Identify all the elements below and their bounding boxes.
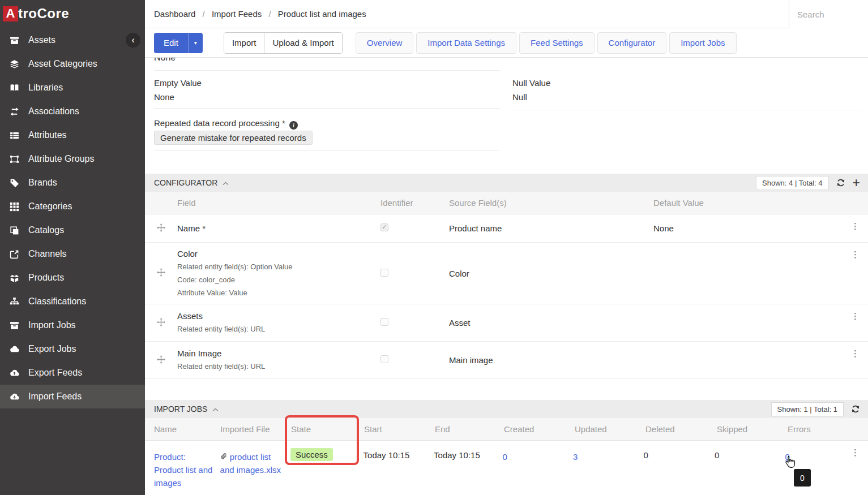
breadcrumb: Dashboard / Import Feeds / Product list … xyxy=(145,0,868,28)
chevron-up-icon xyxy=(212,404,219,414)
field-divider xyxy=(154,70,500,71)
topbar: Dashboard / Import Feeds / Product list … xyxy=(145,0,868,28)
sidebar-item-channels[interactable]: Channels xyxy=(0,242,145,266)
import-jobs-collapse-toggle[interactable]: IMPORT JOBS xyxy=(154,404,219,414)
edit-button[interactable]: Edit xyxy=(154,33,188,53)
app-logo[interactable]: A troCore xyxy=(0,0,145,27)
configurator-panel-header: CONFIGURATOR Shown: 4 | Total: 4 + xyxy=(145,174,868,192)
tab-import-jobs[interactable]: Import Jobs xyxy=(669,32,736,54)
configurator-panel: CONFIGURATOR Shown: 4 | Total: 4 + Field… xyxy=(145,174,868,379)
sidebar-item-attributes[interactable]: Attributes xyxy=(0,123,145,147)
import-job-row: Product: Product list and images product… xyxy=(145,441,868,495)
paperclip-icon xyxy=(220,452,228,462)
tab-overview[interactable]: Overview xyxy=(356,32,414,54)
edit-dropdown-button[interactable]: ▾ xyxy=(188,33,203,53)
record-detail-content: None Empty Value None Null Value Null Re… xyxy=(145,58,868,495)
source-field: Main image xyxy=(449,355,653,365)
field-detail: Related entity field(s): URL xyxy=(177,322,380,335)
job-deleted: 0 xyxy=(644,441,715,460)
job-start: Today 10:15 xyxy=(364,441,434,460)
identifier-checkbox[interactable] xyxy=(380,355,388,363)
sidebar-item-associations[interactable]: Associations xyxy=(0,100,145,123)
job-name-link[interactable]: Product: Product list and images xyxy=(154,452,212,488)
repeated-processing-value-chip: Generate mistake for repeated records xyxy=(154,131,313,145)
row-menu-button[interactable]: ⋮ xyxy=(851,350,860,357)
refresh-icon[interactable] xyxy=(851,404,860,414)
null-value-label: Null Value xyxy=(512,78,550,88)
job-updated-link[interactable]: 3 xyxy=(573,452,578,462)
caret-down-icon: ▾ xyxy=(194,40,197,46)
field-detail: Attribute Value: Value xyxy=(177,286,380,299)
attribute-groups-icon xyxy=(7,154,21,164)
sidebar-item-asset-categories[interactable]: Asset Categories xyxy=(0,52,145,76)
identifier-checkbox[interactable] xyxy=(380,269,388,277)
tab-configurator[interactable]: Configurator xyxy=(597,32,667,54)
tab-feed-settings[interactable]: Feed Settings xyxy=(519,32,595,54)
breadcrumb-separator: / xyxy=(268,9,271,19)
search-input[interactable] xyxy=(789,0,868,28)
import-jobs-panel-tools: Shown: 1 | Total: 1 xyxy=(771,402,860,416)
row-menu-button[interactable]: ⋮ xyxy=(851,312,860,320)
app-window: A troCore Assets Asset Categories Librar… xyxy=(0,0,868,495)
field-detail: Code: color_code xyxy=(177,273,380,286)
identifier-checkbox[interactable] xyxy=(380,223,388,231)
drag-handle-icon[interactable] xyxy=(157,223,165,234)
job-created-link[interactable]: 0 xyxy=(503,452,507,462)
asset-categories-icon xyxy=(7,59,21,69)
sidebar-item-import-jobs[interactable]: Import Jobs xyxy=(0,313,145,337)
row-menu-button[interactable]: ⋮ xyxy=(851,222,860,230)
sidebar: A troCore Assets Asset Categories Librar… xyxy=(0,0,145,495)
import-feeds-icon xyxy=(7,392,21,402)
drag-handle-icon[interactable] xyxy=(157,355,165,365)
drag-handle-icon[interactable] xyxy=(157,268,165,278)
row-menu-button[interactable]: ⋮ xyxy=(851,449,860,456)
identifier-checkbox[interactable] xyxy=(380,318,388,326)
breadcrumb-import-feeds[interactable]: Import Feeds xyxy=(212,9,262,19)
sidebar-item-classifications[interactable]: Classifications xyxy=(0,290,145,313)
column-header-field: Field xyxy=(177,198,380,208)
configurator-collapse-toggle[interactable]: CONFIGURATOR xyxy=(154,178,229,188)
sidebar-item-export-jobs[interactable]: Export Jobs xyxy=(0,337,145,361)
channels-icon xyxy=(7,249,21,259)
field-name: Name * xyxy=(177,222,380,235)
add-field-button[interactable]: + xyxy=(853,178,860,188)
info-icon[interactable]: i xyxy=(289,121,298,130)
job-skipped: 0 xyxy=(715,441,785,460)
sidebar-collapse-button[interactable]: ‹ xyxy=(126,33,140,48)
import-jobs-panel-title: IMPORT JOBS xyxy=(154,404,207,414)
job-errors-link[interactable]: 0 xyxy=(785,452,790,462)
import-button[interactable]: Import xyxy=(224,33,264,53)
job-file-link[interactable]: product list and images.xlsx xyxy=(220,452,281,475)
configurator-panel-title: CONFIGURATOR xyxy=(154,178,217,187)
categories-icon xyxy=(7,202,21,212)
sidebar-item-categories[interactable]: Categories xyxy=(0,195,145,218)
configurator-panel-tools: Shown: 4 | Total: 4 + xyxy=(756,176,860,190)
clipped-field-value: None xyxy=(154,58,176,62)
source-field: Color xyxy=(449,269,653,278)
logo-text: troCore xyxy=(18,6,69,21)
sidebar-item-import-feeds[interactable]: Import Feeds xyxy=(0,385,145,408)
breadcrumb-dashboard[interactable]: Dashboard xyxy=(154,9,195,19)
field-detail: Related entity field(s): URL xyxy=(177,360,380,373)
repeated-processing-label: Repeated data record processing *i xyxy=(154,118,298,130)
row-menu-button[interactable]: ⋮ xyxy=(851,251,860,258)
sidebar-item-brands[interactable]: Brands xyxy=(0,171,145,195)
sidebar-item-attribute-groups[interactable]: Attribute Groups xyxy=(0,147,145,171)
drag-handle-icon[interactable] xyxy=(157,318,165,328)
sidebar-item-export-feeds[interactable]: Export Feeds xyxy=(0,361,145,385)
upload-import-button[interactable]: Upload & Import xyxy=(264,33,341,53)
sidebar-item-libraries[interactable]: Libraries xyxy=(0,76,145,100)
default-value: None xyxy=(653,223,841,233)
field-name: Main Image xyxy=(177,347,380,360)
sidebar-item-catalogs[interactable]: Catalogs xyxy=(0,218,145,242)
column-header-errors: Errors xyxy=(788,424,854,434)
sidebar-item-products[interactable]: Products xyxy=(0,266,145,290)
sidebar-item-assets[interactable]: Assets xyxy=(0,28,145,52)
job-end: Today 10:15 xyxy=(434,441,503,460)
import-jobs-icon xyxy=(7,321,21,330)
column-header-skipped: Skipped xyxy=(717,424,788,434)
brands-icon xyxy=(7,178,21,188)
tab-import-data-settings[interactable]: Import Data Settings xyxy=(416,32,516,54)
refresh-icon[interactable] xyxy=(836,178,845,187)
column-header-updated: Updated xyxy=(575,424,645,434)
